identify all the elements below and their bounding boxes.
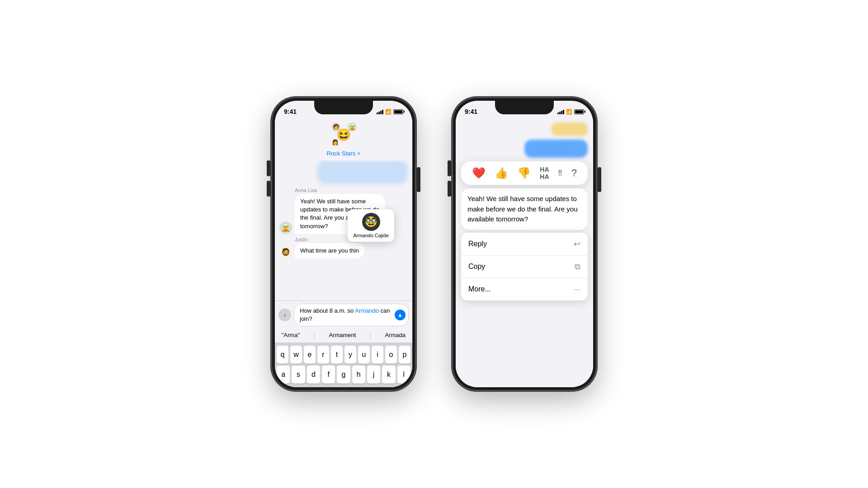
notch-2	[495, 101, 554, 114]
autocomplete-3[interactable]: Armada	[385, 332, 406, 340]
vol-up-button-2[interactable]	[448, 160, 451, 176]
key-r[interactable]: r	[317, 346, 329, 364]
reaction-exclaim[interactable]: ‼	[558, 169, 562, 178]
keyboard: q w e r t y u i o p a s d f g h	[275, 343, 412, 387]
messages-area-1: Anna Lisa 🧝 Yeah! We still have some upd…	[275, 160, 412, 300]
key-h[interactable]: h	[352, 366, 365, 384]
copy-icon: ⧉	[575, 262, 580, 272]
avatar-group: 🧑 😆 🧝 👩	[330, 121, 357, 148]
context-reply[interactable]: Reply ↩	[461, 233, 588, 256]
key-j[interactable]: j	[367, 366, 380, 384]
expand-button[interactable]: ›	[278, 309, 291, 321]
context-menu: Reply ↩ Copy ⧉ More... ···	[461, 233, 588, 300]
reaction-bar: ❤️ 👍 👎 HAHA ‼ ?	[461, 161, 588, 185]
wifi-icon-2: 📶	[566, 109, 572, 115]
reaction-haha[interactable]: HAHA	[540, 166, 549, 180]
power-button-2[interactable]	[598, 167, 601, 192]
key-t[interactable]: t	[331, 346, 343, 364]
battery-icon	[393, 109, 403, 114]
status-icons-1: 📶	[377, 109, 403, 115]
key-o[interactable]: o	[385, 346, 397, 364]
send-button[interactable]: ▲	[395, 310, 406, 320]
reply-label: Reply	[468, 240, 487, 248]
avatar-justin: 🧔	[279, 246, 292, 258]
status-time-2: 9:41	[465, 108, 477, 115]
vol-down-button[interactable]	[267, 181, 270, 197]
key-s[interactable]: s	[292, 366, 305, 384]
key-a[interactable]: a	[277, 366, 290, 384]
signal-icon-2	[557, 109, 564, 114]
reaction-thumbsup[interactable]: 👍	[495, 167, 508, 179]
key-l[interactable]: l	[397, 366, 410, 384]
more-label: More...	[468, 285, 491, 293]
group-header[interactable]: 🧑 😆 🧝 👩 Rock Stars >	[275, 119, 412, 160]
message-bubble-2[interactable]: What time are you thin	[295, 243, 364, 258]
battery-icon-2	[574, 109, 584, 114]
autocomplete-1[interactable]: "Arma"	[282, 332, 300, 340]
autocomplete-bar: "Arma" | Armament | Armada	[275, 329, 412, 343]
key-g[interactable]: g	[337, 366, 350, 384]
reply-icon: ↩	[574, 239, 580, 249]
bubble-row-2: 🧔 What time are you thin	[279, 243, 408, 258]
phone-2: 9:41 📶 ❤️	[452, 97, 597, 391]
vol-down-button-2[interactable]	[448, 181, 451, 197]
kb-row-1: q w e r t y u i o p	[277, 346, 410, 364]
blurred-area	[456, 119, 593, 161]
avatar-main: 😆	[334, 125, 354, 145]
key-i[interactable]: i	[372, 346, 383, 364]
mention-popup[interactable]: 🥸 Armando Cajide	[348, 209, 394, 242]
context-more[interactable]: More... ···	[461, 278, 588, 300]
key-u[interactable]: u	[358, 346, 370, 364]
status-time-1: 9:41	[284, 108, 297, 115]
sender-label-1: Anna Lisa	[295, 188, 408, 193]
key-y[interactable]: y	[344, 346, 356, 364]
key-k[interactable]: k	[382, 366, 395, 384]
key-d[interactable]: d	[307, 366, 320, 384]
avatar-anna: 🧝	[279, 221, 292, 234]
key-q[interactable]: q	[277, 346, 288, 364]
status-icons-2: 📶	[557, 109, 584, 115]
more-icon: ···	[574, 285, 580, 294]
reaction-thumbsdown[interactable]: 👎	[517, 167, 531, 179]
key-e[interactable]: e	[304, 346, 316, 364]
group-name[interactable]: Rock Stars >	[327, 150, 361, 157]
context-copy[interactable]: Copy ⧉	[461, 256, 588, 278]
message-input[interactable]: How about 8 a.m. so Armando can join? ▲	[294, 304, 409, 326]
kb-row-2: a s d f g h j k l	[277, 366, 410, 384]
autocomplete-2[interactable]: Armament	[329, 332, 356, 340]
text-input-area: › How about 8 a.m. so Armando can join? …	[275, 300, 412, 329]
signal-icon	[377, 109, 383, 114]
copy-label: Copy	[468, 263, 485, 271]
vol-up-button[interactable]	[267, 160, 270, 176]
phone-1: 9:41 📶 🧑 😆 🧝	[271, 97, 416, 391]
wifi-icon: 📶	[385, 109, 392, 115]
power-button[interactable]	[417, 167, 420, 192]
mention-name: Armando Cajide	[353, 233, 389, 238]
message-bubble-large[interactable]: Yeah! We still have some updates to make…	[461, 188, 588, 230]
reaction-heart[interactable]: ❤️	[472, 167, 486, 179]
blurred-message	[317, 160, 408, 184]
mention-avatar: 🥸	[362, 213, 380, 231]
key-w[interactable]: w	[290, 346, 302, 364]
key-p[interactable]: p	[399, 346, 410, 364]
notch	[314, 101, 373, 114]
key-f[interactable]: f	[322, 366, 335, 384]
reaction-question[interactable]: ?	[571, 167, 577, 179]
